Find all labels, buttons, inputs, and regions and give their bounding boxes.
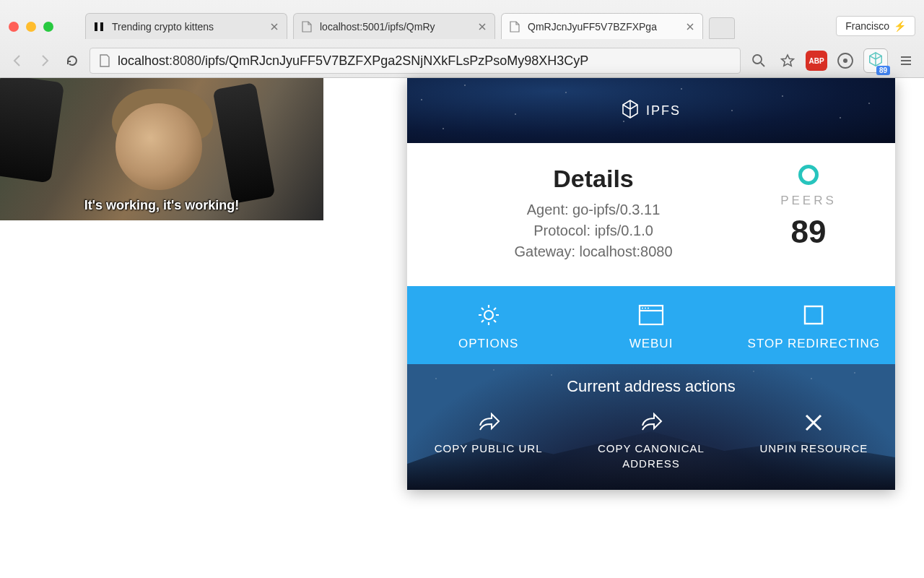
- content-image: It's working, it's working!: [0, 78, 323, 220]
- tab-1-favicon-icon: [93, 21, 105, 33]
- window-controls: [9, 22, 53, 32]
- tab-3-close-icon[interactable]: [685, 22, 695, 32]
- peers-count: 89: [751, 214, 866, 250]
- svg-rect-1: [100, 22, 103, 31]
- tab-3-title: QmRJcnJyuFF5V7BZFXPga: [528, 21, 681, 33]
- bolt-icon: ⚡: [894, 20, 906, 32]
- copy-public-url-button[interactable]: COPY PUBLIC URL: [407, 407, 570, 474]
- profile-switcher[interactable]: Francisco ⚡: [836, 16, 915, 36]
- svg-point-4: [843, 59, 847, 63]
- extension-2-icon[interactable]: [834, 50, 856, 72]
- svg-point-9: [648, 308, 649, 309]
- popup-details: Details Agent: go-ipfs/0.3.11 Protocol: …: [407, 143, 895, 286]
- tab-1[interactable]: Trending crypto kittens: [85, 13, 287, 39]
- window-icon: [577, 301, 725, 329]
- ipfs-logo-icon: [622, 100, 639, 122]
- adblock-extension-icon[interactable]: ABP: [806, 51, 827, 71]
- svg-rect-0: [95, 22, 97, 31]
- address-actions-section: Current address actions COPY PUBLIC URL …: [407, 364, 895, 490]
- stop-icon: [740, 301, 888, 329]
- protocol-row: Protocol: ipfs/0.1.0: [436, 223, 751, 239]
- image-caption: It's working, it's working!: [0, 198, 323, 213]
- options-label: OPTIONS: [414, 337, 562, 351]
- svg-rect-10: [805, 306, 822, 324]
- toolbar-icons: ABP 89: [748, 48, 917, 73]
- ipfs-brand-label: IPFS: [646, 103, 681, 118]
- protocol-value: ipfs/0.1.0: [595, 223, 653, 238]
- reload-button[interactable]: [62, 51, 82, 71]
- abp-label: ABP: [808, 57, 824, 65]
- url-host: localhost: [118, 53, 169, 68]
- zoom-icon[interactable]: [748, 50, 770, 72]
- url-text: localhost:8080/ipfs/QmRJcnJyuFF5V7BZFXPg…: [118, 53, 588, 69]
- profile-name: Francisco: [845, 20, 889, 32]
- address-bar[interactable]: localhost:8080/ipfs/QmRJcnJyuFF5V7BZFXPg…: [90, 48, 741, 74]
- tab-2-close-icon[interactable]: [477, 22, 487, 32]
- stop-redirecting-label: STOP REDIRECTING: [740, 337, 888, 351]
- svg-point-8: [645, 308, 646, 309]
- ipfs-extension-button[interactable]: 89: [863, 48, 888, 73]
- status-circle-icon: [798, 165, 819, 185]
- site-info-icon[interactable]: [99, 54, 112, 67]
- tab-2-favicon-icon: [301, 21, 313, 33]
- ipfs-extension-popup: IPFS Details Agent: go-ipfs/0.3.11 Proto…: [407, 78, 895, 490]
- protocol-label: Protocol:: [533, 223, 590, 238]
- svg-point-2: [753, 55, 762, 64]
- forward-button[interactable]: [35, 51, 55, 71]
- gear-icon: [414, 301, 562, 329]
- agent-label: Agent:: [527, 202, 569, 217]
- gateway-label: Gateway:: [514, 243, 575, 259]
- share-icon: [414, 410, 562, 435]
- unpin-resource-button[interactable]: UNPIN RESOURCE: [733, 407, 895, 474]
- window-zoom-button[interactable]: [43, 22, 53, 32]
- browser-chrome: Trending crypto kittens localhost:5001/i…: [0, 0, 924, 78]
- tab-1-title: Trending crypto kittens: [112, 21, 265, 33]
- agent-value: go-ipfs/0.3.11: [572, 202, 660, 217]
- peers-label: PEERS: [751, 194, 866, 208]
- toolbar: localhost:8080/ipfs/QmRJcnJyuFF5V7BZFXPg…: [0, 43, 924, 78]
- gateway-row: Gateway: localhost:8080: [436, 243, 751, 260]
- details-title: Details: [436, 165, 751, 193]
- tab-3[interactable]: QmRJcnJyuFF5V7BZFXPga: [501, 13, 703, 39]
- ipfs-peer-badge: 89: [876, 66, 890, 75]
- webui-label: WEBUI: [577, 337, 725, 351]
- webui-button[interactable]: WEBUI: [570, 286, 732, 364]
- tab-2-title: localhost:5001/ipfs/QmRy: [320, 21, 473, 33]
- tab-3-favicon-icon: [509, 21, 520, 33]
- copy-canonical-address-button[interactable]: COPY CANONICAL ADDRESS: [570, 407, 732, 474]
- svg-point-7: [642, 308, 643, 309]
- agent-row: Agent: go-ipfs/0.3.11: [436, 202, 751, 218]
- address-actions-title: Current address actions: [407, 377, 895, 396]
- window-minimize-button[interactable]: [26, 22, 36, 32]
- new-tab-button[interactable]: [709, 17, 735, 39]
- bookmark-star-icon[interactable]: [777, 50, 798, 72]
- copy-public-url-label: COPY PUBLIC URL: [414, 441, 562, 456]
- close-icon: [740, 410, 888, 435]
- url-port: :8080: [169, 53, 201, 68]
- stop-redirecting-button[interactable]: STOP REDIRECTING: [733, 286, 895, 364]
- window-close-button[interactable]: [9, 22, 19, 32]
- gateway-value: localhost:8080: [580, 243, 673, 259]
- tab-strip: Trending crypto kittens localhost:5001/i…: [85, 13, 735, 39]
- hamburger-menu-icon[interactable]: [895, 50, 917, 72]
- tab-2[interactable]: localhost:5001/ipfs/QmRy: [293, 13, 495, 39]
- options-button[interactable]: OPTIONS: [407, 286, 570, 364]
- back-button[interactable]: [7, 51, 27, 71]
- share-alt-icon: [577, 410, 725, 435]
- unpin-resource-label: UNPIN RESOURCE: [740, 441, 888, 456]
- url-path: /ipfs/QmRJcnJyuFF5V7BZFXPga2SNjNXkFLsPzP…: [201, 53, 588, 68]
- popup-actions-row: OPTIONS WEBUI STOP REDIRECTING: [407, 286, 895, 364]
- copy-canonical-address-label: COPY CANONICAL ADDRESS: [577, 441, 725, 471]
- svg-point-5: [484, 311, 493, 319]
- tab-1-close-icon[interactable]: [269, 22, 279, 32]
- popup-header: IPFS: [407, 78, 895, 143]
